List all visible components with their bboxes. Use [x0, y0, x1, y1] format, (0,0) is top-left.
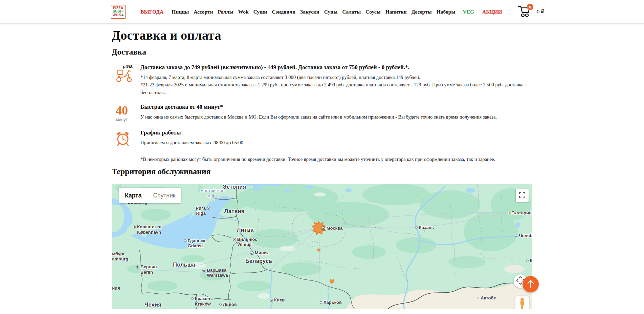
- nav-item-salads[interactable]: Салаты: [342, 9, 361, 15]
- map-label-харьков: Харьков: [320, 300, 342, 305]
- nav-item-snacks[interactable]: Закуски: [300, 9, 319, 15]
- map-label-балтийское: Балтийскоеморе: [201, 188, 225, 198]
- nav-item-vygoda[interactable]: ВЫГОДА: [140, 9, 163, 15]
- map-label-мбург: мбургamburg: [112, 251, 128, 261]
- nav-item-sushi[interactable]: Суши: [253, 9, 267, 15]
- feature-fast-delivery: 40 минут Быстрая доставка от 40 минут* У…: [112, 104, 532, 122]
- nav-item-wok[interactable]: Wok: [238, 9, 249, 15]
- up-arrow-icon: [527, 279, 534, 289]
- nav-item-desserts[interactable]: Десерты: [412, 9, 432, 15]
- city-marker: [233, 238, 236, 241]
- logo-registered-dot: [121, 14, 124, 16]
- feature-free-delivery-text: Доставка заказа до 749 рублей (включител…: [140, 64, 532, 96]
- 40-minutes-icon: 40 минут: [112, 104, 129, 122]
- nav-item-veg[interactable]: VEG: [463, 9, 474, 15]
- map-label-ния: ния: [112, 286, 120, 291]
- map-label-берлин: БерлинBerlin: [136, 264, 157, 275]
- city-marker: [250, 252, 253, 255]
- map-canvas[interactable]: БалтийскоемореЭстонияGoteborgРигаRīgaЛат…: [112, 184, 532, 309]
- map-label-варшава: ВаршаваWarszawa: [202, 267, 228, 278]
- feature-working-hours-text: График работы Принимаем и доставляем зак…: [140, 129, 532, 148]
- feature-title: Быстрая доставка от 40 минут*: [140, 104, 532, 110]
- map-label-екатеринбург: Екатеринбург: [508, 210, 532, 215]
- map-label-копенгаген: КопенгагенKøbenhavn: [133, 224, 161, 235]
- nav-item-pizzas[interactable]: Пиццы: [172, 9, 189, 15]
- feature-working-hours: График работы Принимаем и доставляем зак…: [112, 129, 532, 148]
- city-marker: [207, 207, 210, 210]
- cart-badge: 0: [527, 4, 533, 10]
- feature-title: Доставка заказа до 749 рублей (включител…: [140, 64, 532, 71]
- scroll-to-top-button[interactable]: [523, 276, 539, 292]
- city-marker: [320, 301, 322, 303]
- map-label-актобе: Актобе: [477, 296, 496, 301]
- delivery-note: *В некоторых районах могут быть ограниче…: [140, 156, 532, 162]
- map-label-вильнюс: ВильнюсVilnius: [233, 237, 258, 247]
- map-label-эстония: Эстония: [223, 184, 246, 190]
- map-label-гданьск: ГданьскGdańsk: [184, 238, 205, 249]
- pegman-icon: [519, 297, 525, 309]
- delivery-heading: Доставка: [112, 47, 532, 57]
- nav-item-assorti[interactable]: Ассорти: [194, 9, 213, 15]
- minutes-caption: минут: [114, 117, 129, 122]
- feature-title: График работы: [140, 129, 532, 136]
- map-label-польша: Польша: [173, 262, 195, 268]
- service-area-map[interactable]: БалтийскоемореЭстонияGoteborgРигаRīgaЛат…: [112, 184, 532, 309]
- alarm-clock-icon: [112, 129, 140, 148]
- map-label-чехия: Чехия: [145, 302, 161, 308]
- cart-icon: 0: [517, 4, 532, 19]
- map-label-латвия: Латвия: [224, 208, 245, 214]
- city-marker: [526, 260, 529, 262]
- feature-paragraph: *21-23 февраля 2025 г. минимальная стоим…: [140, 81, 532, 96]
- nav-item-drinks[interactable]: Напитки: [385, 9, 407, 15]
- feature-paragraph: *14 февраля, 7 марта, 8 марта минимальна…: [140, 74, 532, 81]
- map-type-control: Карта Спутник: [119, 188, 181, 203]
- city-marker: [477, 297, 479, 299]
- city-marker: [133, 226, 136, 229]
- map-label-литва: Литва: [237, 227, 253, 233]
- cart-button[interactable]: 0 0 ₽: [517, 4, 544, 19]
- map-type-satellite-button[interactable]: Спутник: [147, 188, 181, 203]
- logo-line-wok: WOK: [113, 14, 124, 17]
- city-marker: [321, 226, 325, 230]
- svg-text:FREE: FREE: [123, 65, 133, 70]
- feature-free-delivery: FREE Доставка заказа до 749 рублей (вклю…: [112, 64, 532, 96]
- main-content: Доставка и оплата Доставка FREE Доставка…: [112, 28, 532, 309]
- city-marker: [219, 303, 222, 306]
- map-label-казань: Казань: [415, 225, 434, 230]
- map-label-челябинск: Челябинск: [515, 233, 532, 238]
- map-label-москва: Москва: [321, 226, 342, 231]
- cart-total: 0 ₽: [537, 8, 544, 15]
- street-view-pegman-button[interactable]: [515, 296, 529, 309]
- map-label-львов: Львов: [219, 302, 237, 307]
- nav-item-soups[interactable]: Супы: [324, 9, 338, 15]
- free-delivery-scooter-icon: FREE: [112, 64, 140, 96]
- city-marker: [508, 212, 510, 214]
- feature-paragraph: Принимаем и доставляем заказы с 08:00 до…: [140, 139, 532, 146]
- feature-paragraph: У нас одна из самых быстрых доставок в М…: [140, 113, 532, 121]
- city-marker: [136, 266, 139, 269]
- delivery-features: FREE Доставка заказа до 749 рублей (вклю…: [112, 64, 532, 148]
- feature-fast-delivery-text: Быстрая доставка от 40 минут* У нас одна…: [140, 104, 532, 122]
- site-header: PIZZA SUSHI WOK ВЫГОДАПиццыАссортиРоллыW…: [0, 0, 644, 24]
- delivery-zone: [329, 279, 334, 284]
- nav-item-rolls[interactable]: Роллы: [218, 9, 233, 15]
- city-marker: [515, 235, 517, 237]
- site-logo[interactable]: PIZZA SUSHI WOK: [111, 5, 126, 19]
- nav-item-sauces[interactable]: Соусы: [365, 9, 381, 15]
- city-marker: [270, 299, 273, 302]
- map-label-краков: КраковKraków: [191, 296, 211, 307]
- minutes-number: 40: [114, 104, 129, 117]
- city-marker: [184, 239, 186, 242]
- map-label-рига: РигаRīga: [196, 206, 210, 216]
- city-marker: [191, 297, 194, 300]
- main-nav: ВЫГОДАПиццыАссортиРоллыWokСушиСэндвичиЗа…: [140, 9, 507, 15]
- nav-item-promos[interactable]: АКЦИИ: [482, 9, 502, 15]
- map-fullscreen-button[interactable]: [516, 189, 529, 202]
- map-type-map-button[interactable]: Карта: [119, 188, 147, 203]
- map-label-костан: Костан: [526, 258, 532, 264]
- nav-item-sets[interactable]: Наборы: [437, 9, 456, 15]
- map-label-минск: Минск: [250, 251, 268, 256]
- map-label-киев: Киев: [270, 297, 285, 302]
- nav-item-sandwiches[interactable]: Сэндвичи: [272, 9, 295, 15]
- city-marker: [202, 269, 205, 272]
